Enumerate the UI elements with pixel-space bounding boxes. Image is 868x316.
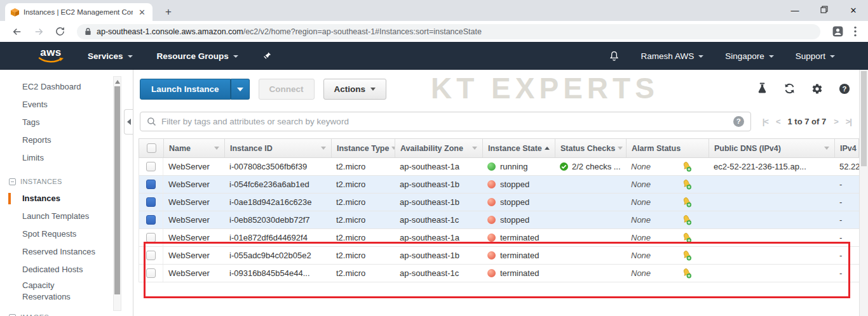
url-text: ap-southeast-1.console.aws.amazon.com/ec… xyxy=(97,27,482,36)
sidebar: EC2 Dashboard Events Tags Reports Limits… xyxy=(0,70,133,316)
sidebar-scrollbar[interactable] xyxy=(113,76,121,311)
table-row[interactable]: WebServer i-055adc9b4c02b05e2 t2.micro a… xyxy=(139,247,859,265)
table-row[interactable]: WebServer i-054fc6e236a6ab1ed t2.micro a… xyxy=(139,176,859,194)
browser-tab[interactable]: Instances | EC2 Management Con ✕ xyxy=(5,3,153,21)
page-next-icon[interactable]: > xyxy=(834,117,838,126)
forward-icon[interactable] xyxy=(33,26,44,37)
header-alarm-status[interactable]: Alarm Status xyxy=(626,139,709,157)
nav-region-menu[interactable]: Singapore xyxy=(725,51,774,61)
nav-support-menu[interactable]: Support xyxy=(796,51,835,61)
filter-help-icon[interactable]: ? xyxy=(733,116,744,127)
page-last-icon[interactable]: >| xyxy=(846,117,851,126)
create-alarm-bell-icon[interactable] xyxy=(681,179,692,190)
create-alarm-bell-icon[interactable] xyxy=(681,197,692,207)
chevron-down-icon xyxy=(233,55,238,58)
help-icon[interactable]: ? xyxy=(839,83,850,95)
select-all-checkbox[interactable] xyxy=(139,139,163,157)
row-checkbox[interactable] xyxy=(146,162,156,171)
connect-button[interactable]: Connect xyxy=(259,79,315,100)
profile-icon[interactable] xyxy=(832,25,844,37)
cell-ipv4: - xyxy=(834,229,859,246)
sort-asc-icon xyxy=(545,147,550,150)
cell-alarm-status: None xyxy=(626,158,709,175)
nav-account-menu[interactable]: Ramesh AWS xyxy=(641,51,704,61)
sidebar-collapse-handle[interactable] xyxy=(124,109,133,135)
row-checkbox[interactable] xyxy=(146,233,156,242)
launch-instance-dropdown[interactable] xyxy=(231,79,250,100)
selected-indicator xyxy=(8,193,11,204)
nav-resource-groups[interactable]: Resource Groups xyxy=(157,51,238,61)
svg-text:?: ? xyxy=(843,85,847,93)
create-alarm-bell-icon[interactable] xyxy=(681,232,692,243)
settings-gear-icon[interactable] xyxy=(811,83,823,95)
cell-status-checks xyxy=(555,265,626,282)
scrollbar-thumb[interactable] xyxy=(861,71,867,166)
create-alarm-bell-icon[interactable] xyxy=(681,268,692,279)
state-dot-icon xyxy=(487,216,496,224)
cell-availability-zone: ap-southeast-1b xyxy=(395,194,482,211)
create-alarm-bell-icon[interactable] xyxy=(681,214,692,225)
tab-title: Instances | EC2 Management Con xyxy=(24,8,133,16)
refresh-icon[interactable] xyxy=(55,26,65,37)
header-instance-type[interactable]: Instance Type xyxy=(331,139,395,157)
page-first-icon[interactable]: |< xyxy=(763,117,768,126)
header-availability-zone[interactable]: Availability Zone xyxy=(395,139,482,157)
header-status-checks[interactable]: Status Checks xyxy=(555,139,626,157)
header-instance-id[interactable]: Instance ID xyxy=(224,139,331,157)
state-dot-icon xyxy=(487,251,496,260)
row-checkbox[interactable] xyxy=(146,215,156,225)
create-alarm-bell-icon[interactable] xyxy=(681,250,692,261)
create-alarm-bell-icon[interactable] xyxy=(681,161,692,172)
row-checkbox[interactable] xyxy=(146,197,156,207)
cell-instance-id: i-007808c3506fb6f39 xyxy=(224,158,331,175)
main-scrollbar[interactable] xyxy=(859,70,868,316)
header-public-dns[interactable]: Public DNS (IPv4) xyxy=(709,139,834,157)
page-prev-icon[interactable]: < xyxy=(776,117,780,126)
sidebar-item-capacity-reservations[interactable]: Capacity Reservations xyxy=(0,279,105,303)
row-checkbox[interactable] xyxy=(146,268,156,278)
aws-logo[interactable]: aws xyxy=(38,48,64,63)
filter-input-box[interactable]: ? xyxy=(140,112,751,131)
header-instance-state[interactable]: Instance State xyxy=(482,139,555,157)
launch-instance-button[interactable]: Launch Instance xyxy=(140,79,250,100)
close-icon[interactable]: ✕ xyxy=(839,6,868,15)
new-console-flask-icon[interactable] xyxy=(757,82,768,95)
cell-ipv4: 52.221.236.115 xyxy=(834,158,859,175)
minimize-icon[interactable]: — xyxy=(780,6,810,15)
cell-availability-zone: ap-southeast-1c xyxy=(395,265,482,282)
scroll-up-icon[interactable] xyxy=(115,80,120,84)
cell-instance-state: running xyxy=(482,158,555,175)
collapse-minus-icon xyxy=(9,314,16,316)
sort-caret-icon xyxy=(824,147,829,150)
scrollbar-thumb[interactable] xyxy=(114,86,120,294)
cell-availability-zone: ap-southeast-1a xyxy=(395,158,482,175)
row-checkbox[interactable] xyxy=(146,180,156,189)
cell-public-dns: ec2-52-221-236-115.ap... xyxy=(709,158,834,175)
url-bar[interactable]: ap-southeast-1.console.aws.amazon.com/ec… xyxy=(77,24,820,39)
table-row[interactable]: WebServer i-09316b845b54e44... t2.micro … xyxy=(139,265,859,282)
lock-icon xyxy=(85,27,92,36)
table-row[interactable]: WebServer i-007808c3506fb6f39 t2.micro a… xyxy=(139,158,859,176)
chevron-down-icon xyxy=(698,55,703,58)
header-name[interactable]: Name xyxy=(163,139,224,157)
back-icon[interactable] xyxy=(11,26,23,37)
table-row[interactable]: WebServer i-0eb852030debb72f7 t2.micro a… xyxy=(139,211,859,229)
new-tab-button[interactable]: + xyxy=(160,4,177,20)
row-checkbox[interactable] xyxy=(146,251,156,260)
table-row[interactable]: WebServer i-01e872df6d44692f4 t2.micro a… xyxy=(139,229,859,247)
header-ipv4[interactable]: IPv4 Public IP xyxy=(834,139,858,157)
pin-icon[interactable] xyxy=(262,51,271,61)
refresh-icon[interactable] xyxy=(783,82,796,95)
notifications-bell-icon[interactable] xyxy=(609,50,620,62)
restore-icon[interactable] xyxy=(810,6,839,15)
nav-services[interactable]: Services xyxy=(88,51,133,61)
cell-instance-id: i-01e872df6d44692f4 xyxy=(224,229,331,246)
cell-public-dns xyxy=(709,247,834,264)
browser-menu-icon[interactable] xyxy=(854,26,857,37)
search-icon xyxy=(147,117,156,126)
cell-instance-state: terminated xyxy=(482,265,555,282)
filter-input[interactable] xyxy=(161,117,728,126)
tab-close-icon[interactable]: ✕ xyxy=(137,8,147,17)
table-row[interactable]: WebServer i-0ae18d942a16c623e t2.micro a… xyxy=(139,194,859,211)
actions-button[interactable]: Actions xyxy=(323,79,387,100)
